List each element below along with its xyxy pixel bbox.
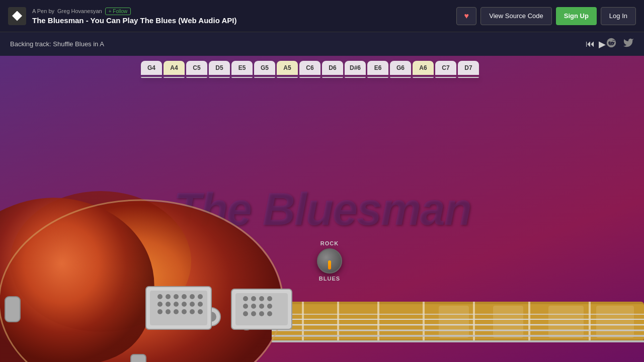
svg-point-57 <box>243 311 248 316</box>
svg-rect-61 <box>5 297 20 322</box>
svg-point-60 <box>267 311 272 316</box>
key-label-D5: D5 <box>209 61 230 75</box>
key-label-C7: C7 <box>435 61 456 75</box>
svg-point-55 <box>259 304 264 309</box>
key-label-C5: C5 <box>186 61 207 75</box>
sub-header: Backing track: Shuffle Blues in A ⏮ ▶ <box>0 32 644 56</box>
piano-key-C5[interactable]: C5 <box>186 61 207 78</box>
svg-point-53 <box>243 304 248 309</box>
svg-point-58 <box>251 311 256 316</box>
svg-point-29 <box>157 294 163 299</box>
key-label-D#6: D#6 <box>345 61 366 75</box>
knob-label-blues: BLUES <box>319 276 340 282</box>
svg-point-54 <box>251 304 256 309</box>
key-body-C7 <box>435 77 456 78</box>
follow-button[interactable]: + Follow <box>105 8 131 15</box>
svg-point-33 <box>190 294 195 299</box>
key-label-A5: A5 <box>277 61 298 75</box>
key-body-A6 <box>413 77 434 78</box>
key-body-A4 <box>164 77 185 78</box>
key-label-A6: A6 <box>413 61 434 75</box>
svg-point-41 <box>157 309 163 314</box>
piano-key-G5[interactable]: G5 <box>254 61 275 78</box>
svg-point-56 <box>267 304 272 309</box>
svg-point-50 <box>251 296 256 301</box>
pen-meta: A Pen by Greg Hovanesyan + Follow The Bl… <box>32 8 450 25</box>
pen-author: A Pen by Greg Hovanesyan + Follow <box>32 8 450 15</box>
svg-point-52 <box>267 296 272 301</box>
heart-button[interactable]: ♥ <box>456 7 476 25</box>
key-label-E5: E5 <box>231 61 253 75</box>
svg-point-37 <box>174 302 179 307</box>
piano-key-A4[interactable]: A4 <box>164 61 185 78</box>
knob-label-rock: ROCK <box>320 240 339 246</box>
key-body-G6 <box>390 77 411 78</box>
piano-key-E5[interactable]: E5 <box>231 61 253 78</box>
piano-key-D#6[interactable]: D#6 <box>345 61 366 78</box>
svg-point-39 <box>190 302 195 307</box>
svg-point-43 <box>174 309 179 314</box>
play-icon: ▶ <box>599 39 606 50</box>
piano-key-D7[interactable]: D7 <box>458 61 479 78</box>
key-body-D#6 <box>345 77 366 78</box>
heart-icon: ♥ <box>464 12 469 21</box>
key-label-G6: G6 <box>390 61 411 75</box>
svg-point-40 <box>198 302 203 307</box>
play-button[interactable]: ▶ <box>599 39 606 50</box>
social-icons <box>606 37 634 51</box>
svg-point-30 <box>166 294 171 299</box>
key-label-C6: C6 <box>299 61 320 75</box>
twitter-icon[interactable] <box>623 37 634 51</box>
key-label-D7: D7 <box>458 61 479 75</box>
key-body-A5 <box>277 77 298 78</box>
key-body-G5 <box>254 77 275 78</box>
key-label-A4: A4 <box>164 61 185 75</box>
author-name: Greg Hovanesyan <box>57 8 102 14</box>
piano-key-C7[interactable]: C7 <box>435 61 456 78</box>
backing-track-label: Backing track: Shuffle Blues in A <box>10 40 586 48</box>
piano-key-G6[interactable]: G6 <box>390 61 411 78</box>
login-button[interactable]: Log In <box>601 7 636 25</box>
svg-point-59 <box>259 311 264 316</box>
signup-button[interactable]: Sign Up <box>556 7 597 25</box>
key-body-D5 <box>209 77 230 78</box>
key-label-G5: G5 <box>254 61 275 75</box>
codepen-logo <box>8 7 26 25</box>
transport-controls: ⏮ ▶ <box>586 39 606 50</box>
svg-point-46 <box>198 309 203 314</box>
pen-title: The Bluesman - You Can Play The Blues (W… <box>32 16 450 25</box>
svg-point-31 <box>174 294 179 299</box>
key-body-D6 <box>322 77 343 78</box>
svg-point-49 <box>243 296 248 301</box>
piano-key-E6[interactable]: E6 <box>367 61 388 78</box>
svg-point-45 <box>190 309 195 314</box>
svg-rect-62 <box>131 354 146 362</box>
view-source-button[interactable]: View Source Code <box>480 7 551 25</box>
piano-key-A6[interactable]: A6 <box>413 61 434 78</box>
svg-point-51 <box>259 296 264 301</box>
piano-container: G4A4C5D5E5G5A5C6D6D#6E6G6A6C7D7 <box>141 61 479 78</box>
rewind-button[interactable]: ⏮ <box>586 39 595 49</box>
logo-diamond <box>12 11 22 21</box>
svg-point-44 <box>182 309 187 314</box>
reddit-icon[interactable] <box>606 37 617 51</box>
key-body-D7 <box>458 77 479 78</box>
key-label-E6: E6 <box>367 61 388 75</box>
svg-rect-14 <box>548 306 584 338</box>
key-body-E6 <box>367 77 388 78</box>
piano-key-A5[interactable]: A5 <box>277 61 298 78</box>
piano-key-D6[interactable]: D6 <box>322 61 343 78</box>
svg-point-36 <box>166 302 171 307</box>
knob-indicator <box>328 260 331 269</box>
svg-point-32 <box>182 294 187 299</box>
key-body-C6 <box>299 77 320 78</box>
piano-key-D5[interactable]: D5 <box>209 61 230 78</box>
svg-point-38 <box>182 302 187 307</box>
piano-key-G4[interactable]: G4 <box>141 61 162 78</box>
piano-key-C6[interactable]: C6 <box>299 61 320 78</box>
knob[interactable] <box>317 248 342 274</box>
svg-point-35 <box>157 302 163 307</box>
key-body-C5 <box>186 77 207 78</box>
svg-point-42 <box>166 309 171 314</box>
svg-rect-13 <box>493 306 523 338</box>
